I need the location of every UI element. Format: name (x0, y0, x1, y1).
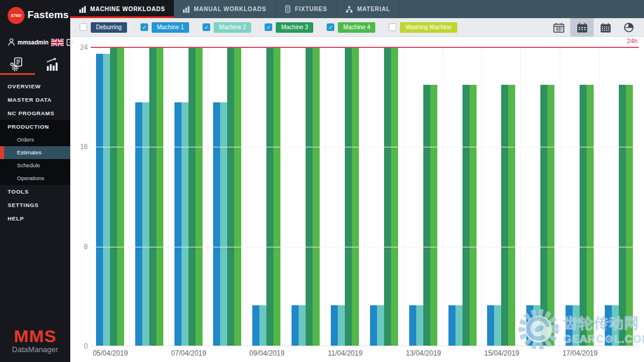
machine-2-checkbox[interactable]: ✓ (203, 23, 210, 31)
calendar-dense-button[interactable] (594, 18, 617, 37)
bar-machine-2 (494, 305, 501, 346)
filter-machine-2[interactable]: ✓Machine 2 (203, 22, 251, 33)
logout-icon[interactable] (66, 39, 74, 46)
gridline-8 (91, 247, 639, 247)
day-group-09-04-2019 (247, 47, 286, 346)
day-group-11-04-2019 (326, 47, 365, 346)
bar-machine-1 (292, 305, 299, 346)
x-tick-label-11-04-2019: 11/04/2019 (306, 349, 385, 357)
bar-machine-1 (566, 305, 573, 346)
bar-machine-2 (142, 102, 149, 346)
production-section: PRODUCTIONOrdersEstimatesScheduleOperati… (0, 120, 70, 185)
tab-machine-workloads[interactable]: MACHINE WORKLOADS (70, 0, 174, 18)
sidebar-item-help[interactable]: HELP (0, 212, 70, 225)
x-tick-label-09-04-2019: 09/04/2019 (228, 349, 306, 357)
bar-machine-4 (430, 85, 437, 346)
filter-machine-1[interactable]: ✓Machine 1 (141, 22, 189, 33)
bar-machine-3 (580, 85, 587, 346)
calendar-outline-icon (553, 23, 564, 33)
tab-label: MATERIAL (357, 6, 390, 12)
tab-material[interactable]: MATERIAL (337, 0, 400, 18)
bar-machine-2 (338, 305, 345, 346)
bar-machine-2 (103, 54, 110, 346)
machine-1-checkbox[interactable]: ✓ (141, 23, 148, 31)
sidebar-item-schedule[interactable]: Schedule (0, 159, 70, 172)
machine-3-checkbox[interactable]: ✓ (265, 23, 272, 31)
bar-machine-1 (448, 305, 455, 346)
logo-brand-name: Fastems (28, 9, 68, 21)
bar-machine-1 (135, 102, 142, 346)
user-row[interactable]: mmsadmin (0, 36, 70, 48)
bar-machine-4 (470, 85, 477, 346)
user-icon (8, 38, 15, 46)
sidebar-item-nc-programs[interactable]: NC PROGRAMS (0, 106, 70, 120)
sidebar-item-orders[interactable]: Orders (0, 133, 70, 146)
x-tick-label-17-04-2019: 17/04/2019 (541, 349, 619, 357)
filter-machine-3[interactable]: ✓Machine 3 (265, 22, 313, 33)
tab-manual-workloads[interactable]: MANUAL WORKLOADS (174, 0, 276, 18)
pie-view-button[interactable] (617, 18, 640, 37)
machine-3-badge[interactable]: Machine 3 (276, 22, 313, 33)
machine-1-badge[interactable]: Machine 1 (152, 22, 189, 33)
bar-machine-4 (352, 47, 359, 346)
day-group-15-04-2019 (482, 47, 521, 346)
mms-footer-logo: MMS DataManager (0, 327, 70, 354)
sidebar-item-estimates[interactable]: Estimates (0, 146, 70, 159)
production-module-button[interactable] (0, 54, 35, 75)
machine-4-checkbox[interactable]: ✓ (327, 23, 334, 31)
bar-machine-2 (181, 102, 189, 346)
sidebar-nav: OVERVIEWMASTER DATANC PROGRAMSPRODUCTION… (0, 80, 70, 225)
deburring-checkbox[interactable] (80, 23, 87, 31)
calendar-dense-icon (600, 23, 611, 33)
washing-machine-badge[interactable]: Washing Machine (400, 22, 457, 33)
sidebar-item-production[interactable]: PRODUCTION (0, 120, 70, 133)
filter-washing-machine[interactable]: Washing Machine (389, 22, 457, 33)
x-tick-label-07-04-2019: 07/04/2019 (149, 349, 228, 357)
bar-machine-3 (619, 85, 626, 346)
reports-module-button[interactable] (35, 54, 70, 75)
calendar-outline-button[interactable] (547, 18, 570, 37)
bar-chart-icon (79, 6, 86, 13)
bar-machine-4 (547, 85, 554, 346)
deburring-badge[interactable]: Deburring (91, 22, 127, 33)
x-axis-line (91, 346, 639, 346)
day-group-07-04-2019 (169, 47, 208, 346)
bar-machine-1 (213, 102, 220, 346)
day-group-08-04-2019 (208, 47, 248, 346)
bar-machine-4 (587, 85, 594, 346)
machine-4-badge[interactable]: Machine 4 (338, 22, 375, 33)
bar-machine-1 (487, 305, 494, 346)
washing-machine-checkbox[interactable] (389, 23, 396, 31)
limit-line-label: 24h (627, 37, 638, 44)
y-tick-label-16: 16 (70, 143, 88, 151)
sidebar-item-master-data[interactable]: MASTER DATA (0, 93, 70, 106)
limit-line-24h: 24h (91, 47, 639, 48)
day-group-10-04-2019 (286, 47, 326, 346)
sidebar-item-tools[interactable]: TOOLS (0, 185, 70, 198)
filter-machine-4[interactable]: ✓Machine 4 (327, 22, 375, 33)
day-group-06-04-2019 (130, 47, 169, 346)
bar-machine-3 (423, 85, 430, 346)
sidebar: 8760 Fastems mmsadmin (0, 0, 70, 362)
bar-machine-2 (416, 305, 423, 346)
bar-machine-4 (156, 47, 163, 346)
calendar-filled-button[interactable] (570, 18, 594, 37)
sidebar-item-overview[interactable]: OVERVIEW (0, 80, 70, 93)
tab-fixtures[interactable]: FIXTURES (276, 0, 337, 18)
filter-deburring[interactable]: Deburring (80, 22, 127, 33)
x-axis-labels: 05/04/201907/04/201909/04/201911/04/2019… (91, 349, 639, 358)
bar-machine-4 (313, 47, 320, 346)
mms-logo-subtitle: DataManager (0, 345, 70, 354)
sidebar-item-operations[interactable]: Operations (0, 172, 70, 185)
machine-filter-bar: Deburring✓Machine 1✓Machine 2✓Machine 3✓… (70, 18, 644, 37)
bar-machine-3 (345, 47, 352, 346)
chart-bars (91, 47, 639, 346)
machine-2-badge[interactable]: Machine 2 (214, 22, 251, 33)
tab-label: MANUAL WORKLOADS (194, 6, 266, 12)
language-flag-uk-icon[interactable] (51, 39, 64, 46)
bar-machine-1 (409, 305, 416, 346)
bar-machine-1 (96, 54, 103, 346)
process-gear-icon (10, 57, 25, 72)
sidebar-item-settings[interactable]: SETTINGS (0, 198, 70, 212)
chart-plot-area: 24h 081624 (91, 47, 639, 346)
